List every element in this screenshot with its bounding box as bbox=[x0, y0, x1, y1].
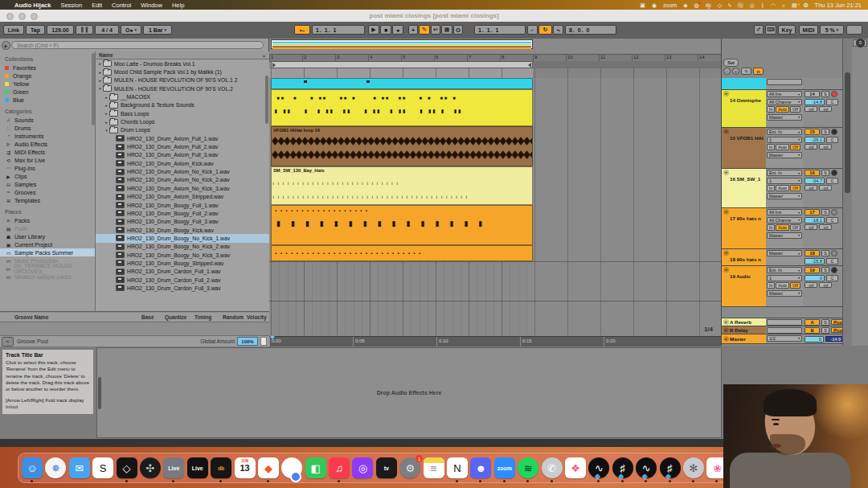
monitor-in-button[interactable]: In bbox=[767, 282, 775, 289]
place-item[interactable]: ▣ Current Project bbox=[0, 240, 95, 248]
volume-field[interactable]: -14.8 bbox=[805, 99, 825, 105]
solo-button[interactable]: S bbox=[821, 129, 829, 135]
browser-file-row[interactable]: HRO2_130_Drum_Cardon_Full_3.wav bbox=[96, 284, 269, 292]
dock-splice[interactable]: S ◆ bbox=[92, 457, 113, 478]
monitor-auto-button[interactable]: Auto bbox=[776, 282, 789, 289]
loop-brace[interactable] bbox=[271, 61, 533, 68]
dock-discord[interactable]: ☻ ◆ bbox=[470, 457, 491, 478]
solo-button[interactable]: S bbox=[821, 209, 829, 215]
collection-item[interactable]: Yellow bbox=[0, 80, 95, 88]
monitor-off-button[interactable]: Off bbox=[790, 224, 800, 231]
arm-record-button[interactable] bbox=[831, 129, 837, 135]
dock-arcade[interactable]: ◇ ◆ bbox=[117, 457, 137, 478]
pan-field[interactable]: C bbox=[826, 178, 838, 184]
volume-field[interactable]: -15.8 bbox=[805, 258, 825, 265]
expand-arrow-icon[interactable]: ▾ bbox=[104, 128, 109, 133]
track-title-bar[interactable]: ▾16 SM_SW_1 bbox=[722, 169, 766, 207]
volume-field[interactable]: -34.7 bbox=[805, 178, 825, 184]
menubar-menu-item[interactable]: Edit bbox=[92, 2, 102, 9]
scrub-area[interactable] bbox=[269, 68, 721, 78]
fold-track-icon[interactable]: ▾ bbox=[723, 129, 729, 134]
category-item[interactable]: ⊪ Audio Effects bbox=[0, 140, 95, 148]
cue-out-chooser[interactable]: 1/2▾ bbox=[767, 335, 802, 342]
dock-plugin-4[interactable]: ♯ ◆ bbox=[660, 457, 681, 478]
punch-out-button[interactable]: ¬ bbox=[553, 25, 563, 35]
lock-envelopes-icon[interactable]: ◘ bbox=[753, 68, 764, 75]
browser-file-row[interactable]: HRO2_130_Drum_Axiom_Kick.wav bbox=[96, 159, 269, 167]
dock-chrome[interactable]: ◆ bbox=[281, 457, 302, 478]
browser-file-row[interactable]: HRO2_130_Drum_Boogy_Full_2.wav bbox=[96, 209, 269, 217]
dock-whatsapp[interactable]: ✆ ◆ bbox=[542, 457, 563, 478]
monitor-in-button[interactable]: In bbox=[767, 144, 775, 150]
bolt-icon[interactable]: ϟ bbox=[728, 2, 731, 8]
browser-file-row[interactable]: HRO2_130_Drum_Boogy_Kick.wav bbox=[96, 226, 269, 234]
fold-track-icon[interactable]: ▸ bbox=[723, 336, 729, 342]
category-item[interactable]: ≈ Grooves bbox=[0, 188, 95, 196]
category-item[interactable]: ⎓ Plug-Ins bbox=[0, 164, 95, 172]
expand-arrow-icon[interactable]: ▸ bbox=[104, 111, 109, 116]
file-list-header[interactable]: Name ▲ bbox=[96, 51, 269, 59]
browser-file-row[interactable]: HRO2_130_Drum_Axiom_Full_1.wav bbox=[96, 134, 269, 142]
pan-field[interactable]: C bbox=[826, 275, 838, 281]
category-item[interactable]: ∷ Drums bbox=[0, 124, 95, 132]
expand-arrow-icon[interactable]: ▸ bbox=[104, 95, 109, 100]
category-item[interactable]: ♫ Sounds bbox=[0, 116, 95, 124]
tempo-field[interactable]: 129.00 bbox=[47, 25, 74, 35]
input-type-chooser[interactable]: Ext. In▾ bbox=[767, 129, 802, 135]
output-chooser[interactable]: Master▾ bbox=[767, 232, 802, 239]
track-activator-button[interactable]: 14 bbox=[805, 91, 820, 97]
pan-field[interactable]: C bbox=[826, 217, 838, 223]
browser-file-row[interactable]: ▾ MULEN - HOUSE REVOLUTION OF 90'S VOL.2 bbox=[96, 84, 269, 92]
arrangement-position-display[interactable]: 1. 1. 1 bbox=[312, 25, 365, 35]
output-chooser[interactable]: Master▾ bbox=[767, 193, 802, 199]
time-ruler[interactable]: 0:000:050:100:150:20 bbox=[269, 336, 721, 347]
dock-plugin-3[interactable]: ∿ ◆ bbox=[636, 457, 657, 478]
clip-midi-yellow[interactable]: ▪▪ ▪ ▪ ▪▪ ▪▪ ▪ ▪ ▪▪ ▪▪ ▪ ▪ ▪▪ ▪ ▮ ▮▮ ▮ ▮… bbox=[271, 89, 533, 126]
fold-track-icon[interactable]: ▾ bbox=[723, 91, 729, 96]
key-map-button[interactable]: Key bbox=[778, 25, 796, 35]
input-channel-chooser[interactable]: 1▾ bbox=[767, 275, 802, 281]
loop-start-display[interactable]: 1. 1. 1 bbox=[474, 25, 526, 35]
browser-file-row[interactable]: ▸ Mood Child Sample Pack Vol.1 by Malikk… bbox=[96, 68, 269, 76]
dock-calendar[interactable]: JUN 13 ◆ bbox=[235, 457, 256, 478]
play-button[interactable]: ▶ bbox=[368, 25, 379, 35]
scrollbar-thumb[interactable] bbox=[845, 72, 850, 193]
monitor-off-button[interactable]: Off bbox=[790, 282, 800, 289]
track-title-bar[interactable]: ▾15 VFOB1 HiH bbox=[722, 128, 766, 168]
record-circle-icon[interactable]: ◉ bbox=[652, 2, 657, 8]
monitor-auto-button[interactable]: Auto bbox=[776, 144, 789, 150]
fold-track-icon[interactable]: ▾ bbox=[723, 170, 729, 175]
mixer-section-toggle[interactable]: D bbox=[856, 39, 865, 47]
output-chooser[interactable]: Master▾ bbox=[767, 114, 802, 121]
input-type-chooser[interactable]: Ext. In▾ bbox=[767, 267, 802, 273]
overdub-button[interactable]: + bbox=[408, 25, 418, 35]
solo-button[interactable]: S bbox=[821, 319, 829, 326]
category-item[interactable]: ⊟ Samples bbox=[0, 180, 95, 188]
output-chooser[interactable]: Master▾ bbox=[767, 152, 802, 158]
dock-audio-hijack[interactable]: ıllı ◆ bbox=[211, 457, 231, 478]
playhead-marker[interactable] bbox=[270, 336, 275, 339]
expand-arrow-icon[interactable]: ▸ bbox=[104, 103, 109, 108]
input-type-chooser[interactable]: Ext. In▾ bbox=[767, 170, 802, 176]
dock-finder[interactable]: ☺ ◆ bbox=[22, 457, 43, 478]
browser-file-row[interactable]: HRO2_130_Drum_Boogy_Stripped.wav bbox=[96, 259, 269, 267]
track-title-bar[interactable]: ▾18 90s hats n bbox=[722, 249, 766, 265]
dock-ableton-live-black[interactable]: Live ◆ bbox=[187, 457, 208, 478]
menubar-menu-item[interactable]: Window bbox=[141, 2, 162, 9]
monitor-auto-button[interactable]: Auto bbox=[776, 106, 789, 113]
expand-arrow-icon[interactable]: ▸ bbox=[97, 78, 103, 83]
monitor-auto-button[interactable]: Auto bbox=[776, 185, 789, 191]
monitor-auto-button[interactable]: Auto bbox=[776, 224, 789, 231]
scroll-up-icon[interactable]: − bbox=[723, 68, 731, 75]
scroll-down-icon[interactable]: + bbox=[732, 68, 739, 75]
volume-field[interactable]: -26.1 bbox=[805, 137, 825, 143]
menubar-menu-item[interactable]: Help bbox=[172, 2, 184, 9]
fold-track-icon[interactable]: ▸ bbox=[723, 319, 729, 325]
dock-music[interactable]: ♫ ◆ bbox=[329, 457, 350, 478]
follow-button[interactable]: •– bbox=[294, 25, 310, 35]
track-row-partial[interactable] bbox=[722, 78, 843, 90]
dock-audio-midi-setup[interactable]: ✻ ◆ bbox=[683, 457, 704, 478]
color-swirl-icon[interactable]: ❂ bbox=[804, 2, 809, 8]
track-row[interactable]: ▾14 Omnisphe All Ins▾ All Channe▾ In Aut… bbox=[722, 90, 843, 128]
back-to-arrangement-button[interactable]: ↩ bbox=[431, 25, 440, 35]
